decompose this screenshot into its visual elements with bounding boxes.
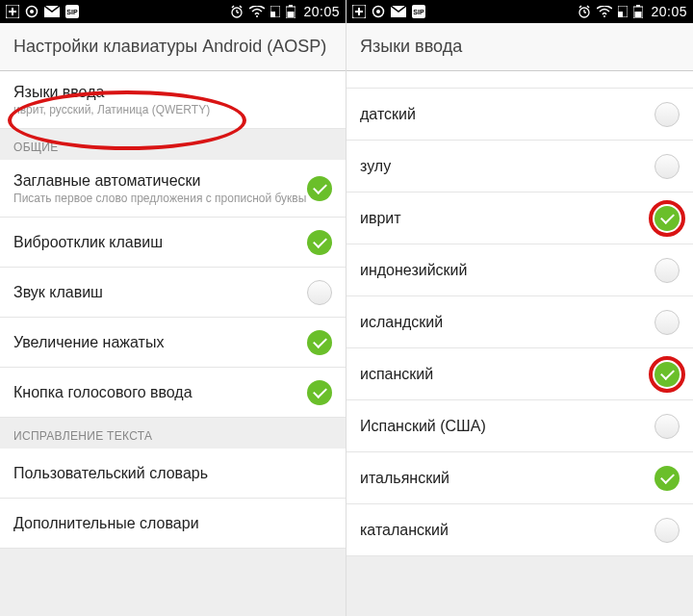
- sip-icon: SIP: [65, 5, 79, 18]
- header-title: Настройки клавиатуры Android (AOSP): [13, 37, 326, 57]
- battery-icon: [633, 5, 643, 18]
- row-title: датский: [360, 106, 654, 123]
- toggle-zulu[interactable]: [654, 154, 680, 179]
- list-item-icelandic[interactable]: исландский: [346, 296, 693, 348]
- toggle-zoom[interactable]: [307, 330, 332, 355]
- toggle-italian[interactable]: [654, 466, 680, 491]
- toggle-spanish-us[interactable]: [654, 414, 680, 439]
- status-bar: SIP 20:05: [0, 0, 346, 23]
- list-item-zulu[interactable]: зулу: [346, 141, 693, 192]
- row-title: Языки ввода: [13, 84, 332, 101]
- svg-text:SIP: SIP: [66, 9, 78, 15]
- signal-icon: [618, 6, 628, 17]
- row-title: каталанский: [360, 522, 654, 539]
- clock-text: 20:05: [651, 4, 687, 19]
- list-item-spanish-us[interactable]: Испанский (США): [346, 400, 693, 452]
- svg-point-23: [376, 10, 380, 13]
- row-title: Виброотклик клавиш: [13, 234, 307, 251]
- row-title: Звук клавиш: [13, 284, 307, 301]
- section-common: ОБЩИЕ: [0, 129, 346, 160]
- row-user-dict[interactable]: Пользовательский словарь: [0, 449, 346, 499]
- toggle-sound[interactable]: [307, 280, 332, 305]
- row-title: итальянский: [360, 470, 654, 487]
- svg-point-4: [30, 10, 34, 13]
- settings-list: Языки ввода иврит, русский, Латиница (QW…: [0, 71, 346, 549]
- svg-point-13: [256, 15, 258, 17]
- list-item-danish[interactable]: датский: [346, 89, 693, 141]
- status-bar: SIP 20:05: [346, 0, 693, 23]
- row-sound[interactable]: Звук клавиш: [0, 268, 346, 318]
- row-voice-key[interactable]: Кнопка голосового ввода: [0, 368, 346, 418]
- row-title: зулу: [360, 158, 654, 175]
- toggle-icelandic[interactable]: [654, 310, 680, 335]
- row-title: иврит: [360, 210, 654, 227]
- toggle-catalan[interactable]: [654, 518, 680, 543]
- signal-icon: [270, 6, 280, 17]
- wifi-icon: [597, 6, 612, 17]
- svg-rect-21: [355, 11, 363, 13]
- row-title: Увеличение нажатых: [13, 334, 307, 351]
- svg-rect-15: [270, 12, 275, 17]
- svg-line-31: [587, 6, 589, 8]
- svg-rect-18: [288, 12, 295, 17]
- svg-rect-2: [9, 11, 16, 13]
- toggle-spanish[interactable]: [654, 362, 680, 387]
- wifi-icon: [249, 6, 265, 17]
- circle-icon: [372, 5, 385, 18]
- list-item-spanish[interactable]: испанский: [346, 348, 693, 400]
- alarm-icon: [230, 5, 244, 18]
- svg-line-12: [240, 6, 242, 8]
- clock-text: 20:05: [303, 4, 340, 19]
- row-title: Заглавные автоматически: [13, 172, 307, 190]
- svg-line-30: [579, 6, 581, 8]
- row-title: индонезийский: [360, 262, 654, 279]
- language-list: датский зулу иврит индонезийский исландс…: [346, 71, 693, 556]
- svg-rect-37: [635, 12, 642, 17]
- list-item-hebrew[interactable]: иврит: [346, 192, 693, 244]
- list-item-italian[interactable]: итальянский: [346, 452, 693, 504]
- plus-box-icon: [6, 5, 19, 18]
- battery-icon: [286, 5, 295, 18]
- header-left: Настройки клавиатуры Android (AOSP): [0, 23, 346, 71]
- toggle-danish[interactable]: [654, 102, 680, 127]
- row-title: Испанский (США): [360, 418, 654, 435]
- row-subtitle: Писать первое слово предложения с пропис…: [13, 192, 307, 205]
- row-title: Дополнительные словари: [13, 515, 332, 532]
- row-zoom[interactable]: Увеличение нажатых: [0, 318, 346, 368]
- mail-icon: [391, 6, 406, 17]
- header-title: Языки ввода: [360, 37, 462, 57]
- row-vibro[interactable]: Виброотклик клавиш: [0, 218, 346, 268]
- toggle-voice-key[interactable]: [307, 380, 332, 405]
- svg-line-11: [232, 6, 234, 8]
- list-item-indonesian[interactable]: индонезийский: [346, 244, 693, 296]
- sip-icon: SIP: [412, 5, 425, 18]
- row-extra-dict[interactable]: Дополнительные словари: [0, 499, 346, 549]
- row-title: Пользовательский словарь: [13, 465, 332, 482]
- row-title: исландский: [360, 314, 654, 331]
- toggle-hebrew[interactable]: [654, 206, 680, 231]
- toggle-auto-caps[interactable]: [307, 176, 332, 201]
- toggle-vibro[interactable]: [307, 230, 332, 255]
- row-input-languages[interactable]: Языки ввода иврит, русский, Латиница (QW…: [0, 71, 346, 129]
- row-title: испанский: [360, 366, 654, 383]
- mail-icon: [44, 6, 60, 17]
- svg-text:SIP: SIP: [413, 9, 424, 15]
- svg-rect-34: [618, 12, 623, 17]
- section-fix: ИСПРАВЛЕНИЕ ТЕКСТА: [0, 418, 346, 449]
- header-right: Языки ввода: [346, 23, 693, 71]
- circle-icon: [25, 5, 38, 18]
- toggle-indonesian[interactable]: [654, 258, 680, 283]
- alarm-icon: [578, 5, 591, 18]
- row-auto-caps[interactable]: Заглавные автоматически Писать первое сл…: [0, 160, 346, 218]
- screen-left: SIP 20:05 Настройки клавиатуры Android (…: [0, 0, 346, 616]
- screen-right: SIP 20:05 Языки ввода датский зулу иврит: [346, 0, 693, 616]
- list-item[interactable]: [346, 71, 693, 89]
- list-item-catalan[interactable]: каталанский: [346, 504, 693, 556]
- row-title: Кнопка голосового ввода: [13, 384, 307, 401]
- svg-point-32: [603, 15, 605, 17]
- row-subtitle: иврит, русский, Латиница (QWERTY): [13, 103, 332, 116]
- plus-box-icon: [352, 5, 366, 18]
